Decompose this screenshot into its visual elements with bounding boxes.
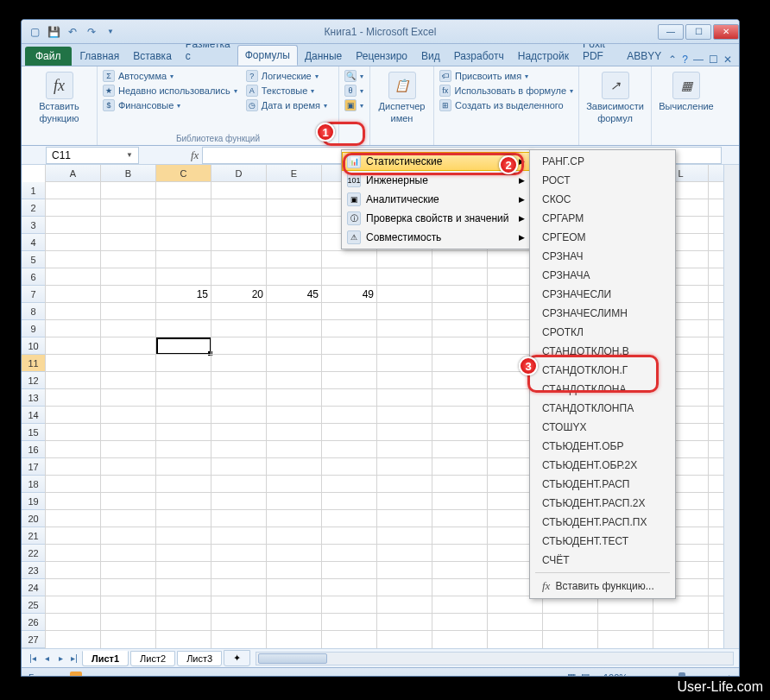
zoom-slider[interactable] — [644, 676, 722, 678]
date-time-button[interactable]: ◷Дата и время▾ — [246, 99, 327, 111]
stat-fn-СРГЕОМ[interactable]: СРГЕОМ — [530, 228, 675, 247]
text-button[interactable]: AТекстовые▾ — [246, 85, 327, 97]
fx-label-icon[interactable]: fx — [191, 148, 199, 162]
row-header-22[interactable]: 22 — [22, 545, 46, 562]
tab-formulas[interactable]: Формулы — [237, 45, 298, 66]
tab-developer[interactable]: Разработч — [447, 47, 511, 66]
row-header-7[interactable]: 7 — [22, 286, 46, 303]
row-header-4[interactable]: 4 — [22, 234, 46, 251]
row-header-11[interactable]: 11 — [22, 355, 46, 372]
define-name-button[interactable]: 🏷Присвоить имя▾ — [439, 70, 573, 82]
stat-fn-СРОТКЛ[interactable]: СРОТКЛ — [530, 323, 675, 342]
vertical-scrollbar[interactable] — [723, 165, 739, 648]
stat-fn-СТЬЮДЕНТ.РАСП[interactable]: СТЬЮДЕНТ.РАСП — [530, 475, 675, 494]
row-header-14[interactable]: 14 — [22, 407, 46, 424]
cell-C8[interactable]: 15 — [156, 286, 211, 303]
stat-fn-РАНГ.СР[interactable]: РАНГ.СР — [530, 152, 675, 171]
row-header-13[interactable]: 13 — [22, 389, 46, 407]
name-box[interactable]: C11 ▼ — [46, 147, 139, 164]
stat-fn-СРЗНАЧА[interactable]: СРЗНАЧА — [530, 266, 675, 285]
formula-auditing-button[interactable]: ↗ Зависимости формул — [584, 70, 646, 125]
calculation-button[interactable]: ▦ Вычисление — [657, 70, 716, 113]
row-header-24[interactable]: 24 — [22, 579, 46, 596]
tab-abbyy[interactable]: ABBYY — [620, 47, 668, 66]
row-header-6[interactable]: 6 — [22, 268, 46, 286]
ribbon-minimize-icon[interactable]: ⌃ — [668, 54, 677, 66]
cell-F8[interactable]: 49 — [322, 286, 377, 303]
stat-fn-СТАНДОТКЛОН.Г[interactable]: СТАНДОТКЛОН.Г — [530, 361, 675, 380]
stat-fn-СРЗНАЧЕСЛИ[interactable]: СРЗНАЧЕСЛИ — [530, 285, 675, 304]
tab-data[interactable]: Данные — [298, 47, 349, 66]
stat-fn-СТАНДОТКЛОНПА[interactable]: СТАНДОТКЛОНПА — [530, 399, 675, 418]
create-from-selection-button[interactable]: ⊞Создать из выделенного — [439, 99, 573, 111]
stat-fn-СТОШYX[interactable]: СТОШYX — [530, 418, 675, 437]
save-icon[interactable]: 💾 — [46, 24, 61, 40]
view-normal-icon[interactable]: ▦ — [567, 672, 576, 677]
qat-dropdown-icon[interactable]: ▼ — [103, 24, 118, 40]
help-icon[interactable]: ? — [682, 54, 688, 66]
new-sheet-button[interactable]: ✦ — [224, 650, 250, 666]
minimize-button[interactable]: — — [658, 24, 684, 40]
stat-fn-СРГАРМ[interactable]: СРГАРМ — [530, 209, 675, 228]
horizontal-scrollbar[interactable] — [256, 652, 734, 665]
logical-button[interactable]: ?Логические▾ — [246, 70, 327, 82]
zoom-out-button[interactable]: − — [633, 672, 638, 678]
close-button[interactable]: ✕ — [713, 24, 739, 40]
zoom-in-button[interactable]: + — [727, 672, 732, 678]
row-header-18[interactable]: 18 — [22, 476, 46, 493]
row-header-3[interactable]: 3 — [22, 217, 46, 234]
stat-fn-СРЗНАЧ[interactable]: СРЗНАЧ — [530, 247, 675, 266]
row-header-8[interactable]: 8 — [22, 303, 46, 320]
menu-statistical[interactable]: 📊Статистические▶ — [342, 152, 530, 171]
insert-function-menu-item[interactable]: fxВставить функцию... — [530, 576, 675, 596]
undo-icon[interactable]: ↶ — [65, 24, 80, 40]
stat-fn-СЧЁТ[interactable]: СЧЁТ — [530, 551, 675, 570]
tab-review[interactable]: Рецензиро — [349, 47, 414, 66]
use-in-formula-button[interactable]: fxИспользовать в формуле▾ — [439, 85, 573, 97]
doc-close-icon[interactable]: ✕ — [723, 54, 732, 66]
stat-fn-СТАНДОТКЛОН.В[interactable]: СТАНДОТКЛОН.В — [530, 342, 675, 361]
row-header-19[interactable]: 19 — [22, 493, 46, 510]
autosum-button[interactable]: ΣАвтосумма▾ — [103, 70, 237, 82]
cell-E8[interactable]: 45 — [267, 286, 322, 303]
stat-fn-СТЬЮДЕНТ.ОБР[interactable]: СТЬЮДЕНТ.ОБР — [530, 437, 675, 456]
stat-fn-СКОС[interactable]: СКОС — [530, 190, 675, 209]
sheet-tab-1[interactable]: Лист1 — [82, 651, 129, 666]
row-header-20[interactable]: 20 — [22, 510, 46, 527]
row-header-16[interactable]: 16 — [22, 441, 46, 458]
row-header-23[interactable]: 23 — [22, 562, 46, 579]
sheet-nav[interactable]: |◂◂▸▸| — [27, 653, 80, 663]
row-header-2[interactable]: 2 — [22, 199, 46, 217]
lookup-ref-button[interactable]: 🔍▾ — [344, 70, 364, 82]
sheet-tab-2[interactable]: Лист2 — [130, 651, 175, 666]
view-pagebreak-icon[interactable]: ▫ — [595, 672, 598, 678]
redo-icon[interactable]: ↷ — [84, 24, 99, 40]
stat-fn-СТЬЮДЕНТ.РАСП.2Х[interactable]: СТЬЮДЕНТ.РАСП.2Х — [530, 494, 675, 513]
row-header-10[interactable]: 10 — [22, 337, 46, 355]
recently-used-button[interactable]: ★Недавно использовались▾ — [103, 85, 237, 97]
macro-record-icon[interactable] — [70, 672, 82, 678]
menu-engineering[interactable]: 101Инженерные▶ — [342, 171, 530, 190]
more-functions-button[interactable]: ▣▾ — [344, 99, 364, 111]
row-header-17[interactable]: 17 — [22, 458, 46, 476]
name-box-dropdown-icon[interactable]: ▼ — [126, 151, 133, 159]
row-header-5[interactable]: 5 — [22, 251, 46, 268]
stat-fn-СТАНДОТКЛОНА[interactable]: СТАНДОТКЛОНА — [530, 380, 675, 399]
row-header-9[interactable]: 9 — [22, 320, 46, 337]
maximize-button[interactable]: ☐ — [685, 24, 711, 40]
zoom-level[interactable]: 100% — [603, 672, 628, 678]
menu-cube[interactable]: ▣Аналитические▶ — [342, 190, 530, 209]
tab-view[interactable]: Вид — [414, 47, 447, 66]
doc-min-icon[interactable]: — — [693, 54, 704, 66]
sheet-tab-3[interactable]: Лист3 — [177, 651, 222, 666]
stat-fn-СРЗНАЧЕСЛИМН[interactable]: СРЗНАЧЕСЛИМН — [530, 304, 675, 323]
row-header-12[interactable]: 12 — [22, 372, 46, 389]
row-header-21[interactable]: 21 — [22, 527, 46, 545]
stat-fn-СТЬЮДЕНТ.ОБР.2Х[interactable]: СТЬЮДЕНТ.ОБР.2Х — [530, 456, 675, 475]
tab-file[interactable]: Файл — [25, 47, 72, 66]
row-header-15[interactable]: 15 — [22, 424, 46, 441]
row-header-26[interactable]: 26 — [22, 614, 46, 631]
menu-information[interactable]: ⓘПроверка свойств и значений▶ — [342, 209, 530, 228]
row-header-25[interactable]: 25 — [22, 596, 46, 614]
cell-D8[interactable]: 20 — [211, 286, 267, 303]
